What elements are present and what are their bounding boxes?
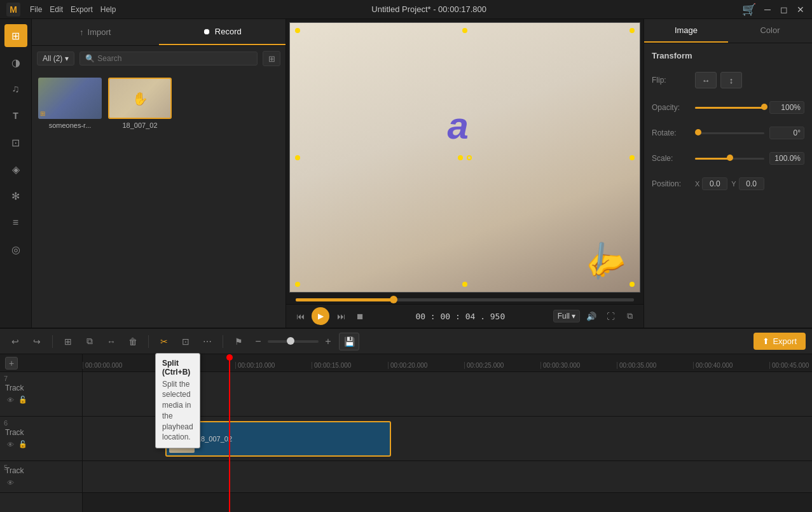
sidebar-item-transitions[interactable]: ◈ bbox=[4, 158, 27, 181]
sidebar-item-magic[interactable]: ◎ bbox=[4, 238, 27, 261]
sidebar-item-templates[interactable]: ⊡ bbox=[4, 131, 27, 154]
fullscreen-button[interactable]: ⛶ bbox=[603, 308, 618, 324]
media-item[interactable]: ✋ 18_007_02 bbox=[108, 78, 172, 129]
import-icon: ↑ bbox=[79, 27, 84, 37]
opacity-slider[interactable] bbox=[695, 107, 764, 109]
forward-button[interactable]: ⏭ bbox=[333, 308, 348, 324]
media-filter[interactable]: All (2) ▾ bbox=[37, 52, 74, 66]
track-label-7: 7 Track 👁 🔓 bbox=[0, 372, 82, 417]
delete-button[interactable]: 🗑 bbox=[124, 333, 142, 350]
sidebar-item-media[interactable]: ⊞ bbox=[4, 24, 27, 47]
transform-section-title: Transform bbox=[652, 51, 804, 60]
scale-slider-row: 100.0% bbox=[695, 152, 804, 165]
track-row-5[interactable] bbox=[83, 461, 812, 493]
scale-row: Scale: 100.0% bbox=[652, 152, 804, 165]
zoom-thumb[interactable] bbox=[287, 337, 294, 345]
redo-button[interactable]: ↪ bbox=[28, 333, 46, 350]
flip-button[interactable]: ↔ bbox=[102, 333, 120, 350]
progress-bar[interactable] bbox=[296, 298, 634, 301]
record-tab[interactable]: ⏺ Record bbox=[159, 19, 286, 45]
maximize-button[interactable]: ◻ bbox=[779, 4, 789, 15]
pip-button[interactable]: ⧉ bbox=[622, 308, 637, 324]
handle-bottom-right[interactable] bbox=[630, 282, 635, 287]
grid-toggle-button[interactable]: ⊞ bbox=[263, 51, 280, 66]
tab-image[interactable]: Image bbox=[644, 19, 728, 43]
import-tab[interactable]: ↑ Import bbox=[32, 19, 159, 45]
xy-inputs: X 0.0 Y 0.0 bbox=[695, 177, 764, 190]
menu-edit[interactable]: Edit bbox=[50, 5, 63, 14]
sidebar-item-stickers[interactable]: ✻ bbox=[4, 184, 27, 207]
export-button[interactable]: ⬆ Export bbox=[754, 333, 806, 350]
opacity-slider-thumb[interactable] bbox=[761, 104, 767, 110]
scale-input[interactable]: 100.0% bbox=[769, 152, 804, 165]
rewind-button[interactable]: ⏮ bbox=[292, 308, 308, 324]
main-layout: ⊞ ◑ ♫ T ⊡ ◈ ✻ ≡ ◎ ↑ Import ⏺ Record All … bbox=[0, 19, 812, 328]
menu-file[interactable]: File bbox=[30, 5, 42, 14]
sidebar-item-text[interactable]: T bbox=[4, 104, 27, 127]
track-visibility-button[interactable]: 👁 bbox=[5, 439, 15, 450]
stop-button[interactable]: ⏹ bbox=[352, 308, 368, 324]
sidebar-item-effects[interactable]: ◑ bbox=[4, 51, 27, 74]
toolbar-separator-3 bbox=[223, 335, 223, 348]
track-lock-button[interactable]: 🔓 bbox=[18, 439, 28, 450]
zoom-out-button[interactable]: − bbox=[251, 335, 265, 349]
save-button[interactable]: 💾 bbox=[339, 333, 359, 350]
handle-mid-left[interactable] bbox=[295, 155, 300, 160]
handle-top-right[interactable] bbox=[630, 28, 635, 33]
opacity-input[interactable]: 100% bbox=[769, 101, 804, 114]
menu-export[interactable]: Export bbox=[71, 5, 93, 14]
search-input[interactable] bbox=[97, 54, 252, 63]
zoom-track[interactable] bbox=[268, 340, 319, 343]
volume-button[interactable]: 🔊 bbox=[584, 308, 599, 324]
split-btn-container: ✂ Split (Ctrl+B) Split the selected medi… bbox=[155, 333, 173, 350]
y-input-group: Y 0.0 bbox=[731, 177, 764, 190]
group-button[interactable]: ⊞ bbox=[59, 333, 77, 350]
scale-slider[interactable] bbox=[695, 158, 764, 160]
rotate-slider-thumb[interactable] bbox=[695, 129, 701, 135]
handle-mid-bottom[interactable] bbox=[462, 282, 467, 287]
duplicate-button[interactable]: ⧉ bbox=[81, 333, 99, 350]
rotate-input[interactable]: 0° bbox=[769, 127, 804, 139]
progress-thumb[interactable] bbox=[390, 296, 397, 303]
sidebar-item-audio[interactable]: ♫ bbox=[4, 78, 27, 100]
track-lock-button[interactable]: 🔓 bbox=[18, 395, 28, 405]
sidebar-item-adjust[interactable]: ≡ bbox=[4, 211, 27, 234]
playhead bbox=[229, 354, 230, 512]
track-icons: 👁 🔓 bbox=[5, 395, 28, 405]
handle-mid-right[interactable] bbox=[630, 155, 635, 160]
split-button[interactable]: ✂ bbox=[155, 333, 173, 350]
left-sidebar: ⊞ ◑ ♫ T ⊡ ◈ ✻ ≡ ◎ bbox=[0, 19, 32, 328]
center-handle-2[interactable] bbox=[467, 155, 472, 160]
tab-color[interactable]: Color bbox=[728, 19, 812, 43]
x-input[interactable]: 0.0 bbox=[702, 177, 727, 190]
dropdown-icon: ▾ bbox=[65, 54, 69, 63]
media-item[interactable]: ⊞ someones-r... bbox=[38, 78, 102, 129]
minimize-button[interactable]: ─ bbox=[762, 4, 773, 15]
cart-icon[interactable]: 🛒 bbox=[742, 3, 756, 17]
flip-row: Flip: ↔ ↕ bbox=[652, 72, 804, 88]
quality-select[interactable]: Full ▾ bbox=[553, 310, 580, 322]
track-name: Track bbox=[5, 428, 24, 437]
menu-help[interactable]: Help bbox=[100, 5, 116, 14]
track-visibility-button[interactable]: 👁 bbox=[5, 395, 15, 405]
play-button[interactable]: ▶ bbox=[312, 307, 329, 325]
marker-button[interactable]: ⚑ bbox=[230, 333, 247, 350]
center-handle-1[interactable] bbox=[458, 155, 463, 160]
undo-button[interactable]: ↩ bbox=[6, 333, 24, 350]
rotate-slider[interactable] bbox=[695, 132, 764, 134]
more-button[interactable]: ⋯ bbox=[198, 333, 216, 350]
add-track-button[interactable]: + bbox=[5, 357, 18, 370]
crop-button[interactable]: ⊡ bbox=[177, 333, 195, 350]
handle-bottom-left[interactable] bbox=[295, 282, 300, 287]
scale-slider-thumb[interactable] bbox=[727, 155, 733, 161]
close-button[interactable]: ✕ bbox=[795, 4, 806, 15]
media-panel: ↑ Import ⏺ Record All (2) ▾ 🔍 ⊞ bbox=[32, 19, 286, 328]
track-visibility-button[interactable]: 👁 bbox=[5, 478, 15, 488]
flip-horizontal-button[interactable]: ↔ bbox=[695, 72, 717, 88]
flip-vertical-button[interactable]: ↕ bbox=[720, 72, 742, 88]
handle-mid-top[interactable] bbox=[462, 28, 467, 33]
y-input[interactable]: 0.0 bbox=[739, 177, 764, 190]
zoom-in-button[interactable]: + bbox=[321, 335, 335, 349]
ruler-mark: 00:00:15.000 bbox=[312, 362, 388, 369]
handle-top-left[interactable] bbox=[295, 28, 300, 33]
